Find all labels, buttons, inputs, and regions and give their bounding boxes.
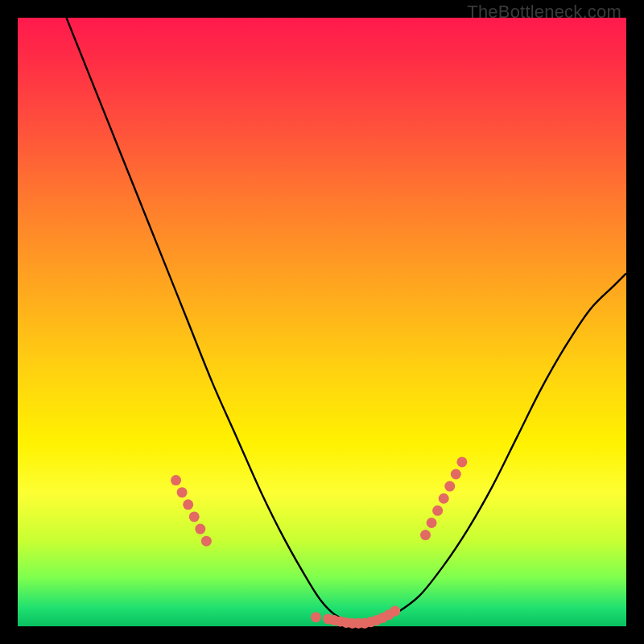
marker-dot xyxy=(195,524,205,535)
marker-dot xyxy=(201,536,212,547)
marker-dot xyxy=(171,475,181,485)
marker-dot xyxy=(390,606,400,617)
marker-dot xyxy=(420,530,431,540)
marker-dot xyxy=(451,469,461,480)
marker-dot xyxy=(183,499,193,510)
marker-dot xyxy=(456,456,467,467)
chart-frame: TheBottleneck.com xyxy=(0,0,644,644)
bottleneck-curve xyxy=(66,18,626,624)
marker-dot xyxy=(432,506,443,516)
marker-group xyxy=(171,456,467,628)
plot-area xyxy=(18,18,626,626)
marker-dot xyxy=(427,518,437,528)
bottleneck-curve-svg xyxy=(18,18,626,626)
marker-dot xyxy=(439,493,449,504)
marker-dot xyxy=(444,481,455,492)
marker-dot xyxy=(177,487,188,497)
marker-dot xyxy=(189,511,200,522)
marker-dot xyxy=(311,612,321,622)
